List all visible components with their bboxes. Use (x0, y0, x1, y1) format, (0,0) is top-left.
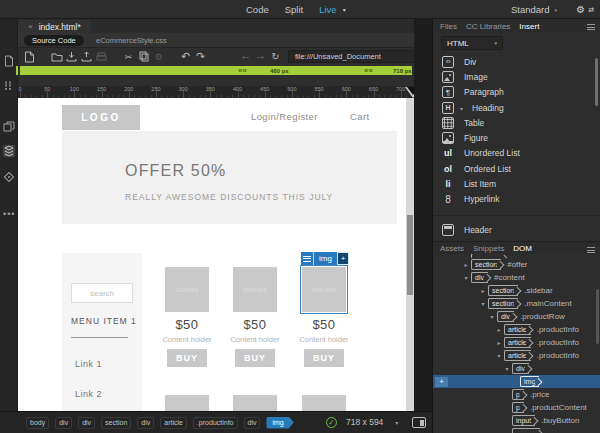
window-size-value[interactable]: 718 x 594 (346, 417, 383, 427)
close-tab-icon[interactable]: × (28, 22, 33, 31)
window-size-dropdown-icon[interactable]: ▾ (395, 419, 398, 426)
tag-selector-item[interactable]: .productinfo (193, 417, 238, 429)
redo-icon[interactable]: ↷ (193, 50, 208, 63)
dom-tree-row[interactable]: + img (433, 375, 600, 388)
expander-icon[interactable] (478, 300, 488, 307)
document-tab[interactable]: × index.html* (18, 20, 91, 33)
buy-button[interactable]: BUY (235, 349, 275, 367)
tag-selector-item[interactable]: div (137, 417, 154, 429)
dom-tag-pill[interactable]: section (471, 259, 501, 270)
dom-tag-pill[interactable]: div (512, 363, 529, 374)
dom-tree-row[interactable]: + p .productContent (433, 401, 600, 414)
tag-selector-item[interactable]: article (160, 417, 187, 429)
dom-tree-row[interactable]: + article .productInfo (433, 323, 600, 336)
view-mode-split[interactable]: Split (285, 4, 303, 15)
expander-icon[interactable] (461, 274, 471, 281)
stylesheet-file-button[interactable]: eCommerceStyle.css (96, 35, 167, 46)
insert-item[interactable]: Div (433, 54, 600, 69)
tab-dom[interactable]: DOM (513, 244, 532, 253)
get-file-icon[interactable] (79, 50, 94, 63)
dom-tag-pill[interactable]: p (512, 389, 524, 400)
buy-button[interactable]: BUY (304, 349, 344, 367)
tag-selector-item[interactable]: div (55, 417, 72, 429)
tab-assets[interactable]: Assets (440, 244, 464, 253)
element-display-label[interactable]: img + (301, 252, 349, 265)
dom-tag-pill[interactable]: section (488, 298, 518, 309)
expander-icon[interactable] (494, 339, 504, 346)
insert-item[interactable]: Unordered List (433, 146, 600, 161)
dom-tag-pill[interactable]: input (512, 415, 535, 426)
tag-selector-item[interactable]: div (244, 417, 261, 429)
dom-tag-pill[interactable] (512, 428, 540, 433)
source-code-button[interactable]: Source Code (24, 35, 84, 46)
expander-icon[interactable] (494, 352, 504, 359)
sync-icon[interactable]: ⇄ (588, 6, 594, 14)
expander-icon[interactable] (494, 326, 504, 333)
document-scrollbar[interactable] (406, 98, 414, 411)
dom-scrollbar-thumb[interactable] (596, 289, 599, 344)
dom-tag-pill[interactable]: article (504, 337, 531, 348)
dom-tag-pill[interactable]: article (504, 350, 531, 361)
tab-cc-libraries[interactable]: CC Libraries (466, 22, 510, 31)
live-view-dropdown-icon[interactable]: ▾ (343, 6, 346, 13)
insert-scrollbar-thumb[interactable] (595, 58, 598, 106)
dom-tree-row[interactable]: + input .buyButton (433, 414, 600, 427)
add-element-button[interactable]: + (435, 377, 448, 387)
dom-tree-row[interactable]: + (433, 427, 600, 433)
insert-item[interactable]: List Item (433, 176, 600, 191)
panel-menu-icon[interactable] (587, 24, 595, 30)
dom-tag-pill[interactable]: article (504, 324, 531, 335)
expander-icon[interactable] (502, 365, 512, 372)
dom-tree-row[interactable]: + div .productRow (433, 310, 600, 323)
settings-gear-icon[interactable]: ⚙ (576, 4, 585, 15)
undo-icon[interactable]: ↶ (178, 50, 193, 63)
expander-icon[interactable] (478, 287, 488, 294)
workspace-switcher[interactable]: Standard ▾ (511, 0, 557, 19)
dom-tree-row[interactable]: + article .productInfo (433, 336, 600, 349)
dom-tag-pill[interactable]: div (497, 311, 514, 322)
dom-tree-row[interactable]: + div #content (433, 271, 600, 284)
copy-icon[interactable] (136, 50, 151, 63)
insert-category-dropdown[interactable]: HTML ▾ (441, 36, 503, 50)
insert-item[interactable]: Ordered List (433, 161, 600, 176)
insert-item[interactable]: Heading (433, 100, 600, 115)
dom-tag-pill[interactable]: p (512, 402, 524, 413)
element-menu-icon[interactable] (301, 252, 314, 265)
insert-item[interactable]: Header (433, 222, 600, 237)
tag-selector-item[interactable]: section (101, 417, 131, 429)
dom-panel-menu-icon[interactable] (587, 247, 595, 253)
address-bar[interactable]: file:///Unsaved_Document ▾ (288, 50, 422, 63)
dom-tag-pill[interactable]: div (471, 272, 488, 283)
insert-item[interactable]: Table (433, 115, 600, 130)
open-folder-icon[interactable] (49, 50, 64, 63)
put-file-icon[interactable] (64, 50, 79, 63)
view-mode-live[interactable]: Live (319, 4, 336, 15)
tab-files[interactable]: Files (440, 22, 457, 31)
windows-icon[interactable] (3, 121, 15, 133)
view-mode-code[interactable]: Code (246, 4, 269, 15)
buy-button[interactable]: BUY (167, 349, 207, 367)
tab-snippets[interactable]: Snippets (473, 244, 504, 253)
insert-item[interactable]: Hyperlink (433, 192, 600, 207)
tag-selector-item[interactable]: img (266, 417, 293, 429)
file-icon[interactable] (3, 55, 15, 67)
dom-tag-pill[interactable]: img (520, 376, 539, 387)
refresh-icon[interactable]: ↻ (268, 50, 283, 63)
dom-tree-row[interactable]: + section .sidebar (433, 284, 600, 297)
tag-selector-item[interactable]: div (78, 417, 95, 429)
more-tools-icon[interactable]: ••• (3, 209, 15, 221)
tag-selector-item[interactable]: body (26, 417, 49, 429)
lint-ok-icon[interactable]: ✓ (326, 417, 337, 428)
dom-tree-row[interactable]: + div (433, 362, 600, 375)
tab-insert[interactable]: Insert (519, 22, 539, 31)
cut-icon[interactable]: ✂ (121, 50, 136, 63)
insert-item[interactable]: Image (433, 69, 600, 84)
expander-icon[interactable] (487, 313, 497, 320)
scrollbar-thumb[interactable] (407, 215, 413, 295)
dom-tree-row[interactable]: + section .mainContent (433, 297, 600, 310)
snippets-icon[interactable] (3, 145, 15, 157)
insert-item[interactable]: Figure (433, 130, 600, 145)
dom-tag-pill[interactable]: section (488, 285, 518, 296)
extract-icon[interactable] (3, 171, 15, 183)
product-image-placeholder[interactable]: 300x300 (165, 267, 209, 312)
